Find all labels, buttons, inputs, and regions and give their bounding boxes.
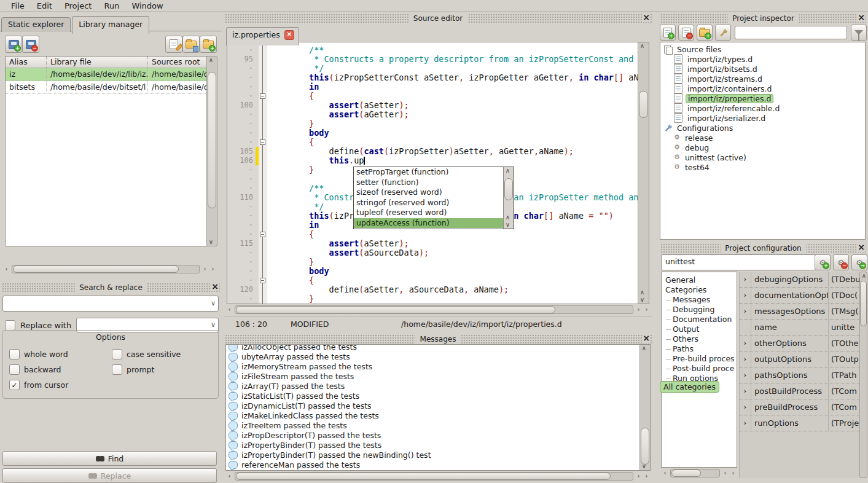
tree-item-import-iz-containers-d[interactable]: import/iz/containers.d — [660, 84, 865, 93]
code-text[interactable]: body — [267, 128, 638, 138]
tree-item-test64[interactable]: ⚙test64 — [660, 162, 865, 172]
open-library-folder-button[interactable] — [182, 36, 200, 53]
expand-arrow-icon[interactable]: › — [740, 399, 751, 415]
category-debugging[interactable]: Debugging — [662, 305, 737, 315]
scroll-left2-icon[interactable]: ‹ — [721, 469, 729, 477]
tree-item-import-iz-types-d[interactable]: import/iz/types.d — [660, 54, 865, 64]
property-row-messagesoptions[interactable]: ›messagesOptions(TMsg( — [740, 304, 860, 320]
property-row-runoptions[interactable]: ›runOptions(TProje — [740, 415, 860, 431]
scroll-left-icon[interactable]: ‹ — [225, 473, 233, 480]
message-item[interactable]: izMakeLinkedClass passed the tests — [226, 410, 650, 420]
scroll-up-icon[interactable]: ∧ — [207, 57, 215, 64]
close-icon[interactable]: × — [857, 13, 866, 22]
scroll-up-icon[interactable]: ∧ — [640, 345, 648, 352]
scrollbar-thumb[interactable] — [13, 265, 179, 273]
scrollbar-thumb[interactable] — [504, 178, 513, 200]
code-text[interactable]: this(izPropSetterConst aSetter, izPropGe… — [267, 73, 638, 82]
message-item[interactable]: izDynamicList(T) passed the tests — [226, 401, 650, 410]
code-text[interactable]: this.up — [267, 156, 638, 165]
code-text[interactable]: } — [267, 119, 638, 128]
scrollbar-thumb[interactable] — [208, 72, 216, 208]
scroll-right-icon[interactable]: › — [643, 473, 651, 480]
column-header-library-file[interactable]: Library file — [47, 57, 148, 68]
code-text[interactable]: assert(aSetter); — [267, 239, 638, 248]
option-whole-word[interactable]: whole word — [9, 347, 112, 362]
expand-arrow-icon[interactable]: › — [740, 304, 751, 319]
tree-item-import-iz-bitsets-d[interactable]: import/iz/bitsets.d — [660, 64, 865, 74]
inspector-filter-input[interactable] — [735, 26, 847, 39]
completion-item-updateaccess-function[interactable]: updateAccess (function) — [354, 218, 503, 229]
tree-item-import-iz-serializer-d[interactable]: import/iz/serializer.d — [660, 113, 865, 123]
scrollbar-thumb[interactable] — [236, 473, 611, 480]
scroll-left-icon[interactable]: ‹ — [225, 306, 233, 313]
code-text[interactable]: in — [267, 82, 638, 92]
editor-vertical-scrollbar[interactable]: ∧ ∧ ∨ — [638, 42, 649, 304]
code-text[interactable]: } — [267, 294, 638, 304]
expand-arrow-icon[interactable]: › — [740, 351, 751, 367]
message-item[interactable]: izMemoryStream passed the tests — [226, 361, 650, 371]
project-tools-button[interactable] — [715, 25, 731, 41]
category-documentation[interactable]: Documentation — [662, 315, 737, 324]
expand-arrow-icon[interactable]: › — [740, 336, 751, 351]
fold-collapse-icon[interactable] — [260, 93, 265, 99]
fold-collapse-icon[interactable] — [260, 278, 265, 283]
property-row-name[interactable]: nameunitte — [740, 320, 860, 336]
library-table-horizontal-scrollbar[interactable]: ‹ ‹ › — [2, 265, 217, 273]
code-text[interactable]: { — [267, 92, 638, 101]
checkbox-prompt[interactable] — [112, 364, 122, 375]
message-item[interactable]: izTreeItem passed the tests — [226, 420, 650, 430]
project-tree[interactable]: Source filesimport/iz/types.dimport/iz/b… — [660, 42, 866, 240]
add-library-button[interactable]: + — [5, 36, 22, 53]
expand-arrow-icon[interactable]: › — [740, 288, 751, 303]
code-text[interactable]: assert(aSetter); — [267, 101, 638, 110]
category-general[interactable]: General — [662, 275, 737, 285]
scrollbar-thumb[interactable] — [641, 428, 649, 465]
filter-button[interactable] — [851, 25, 867, 41]
property-row-postbuildprocess[interactable]: ›postBuildProcess(TCom — [740, 383, 860, 399]
library-row-bitsets[interactable]: bitsets/home/basile/dev/bitset/l/home/ba… — [6, 81, 207, 94]
expand-arrow-icon[interactable]: › — [740, 415, 751, 431]
close-icon[interactable]: × — [642, 13, 651, 22]
option-case-sensitive[interactable]: case sensitive — [112, 347, 214, 362]
scrollbar-thumb[interactable] — [671, 469, 701, 477]
scroll-up2-icon[interactable]: ∧ — [638, 289, 646, 296]
library-table-vertical-scrollbar[interactable]: ∧ ∨ — [206, 56, 217, 246]
tree-item-unittest-active[interactable]: ⚙unittest (active) — [660, 152, 865, 162]
code-text[interactable]: { — [267, 138, 638, 147]
completion-list[interactable]: setPropTarget (function)setter (function… — [354, 167, 503, 229]
scroll-right-icon[interactable]: › — [643, 306, 651, 313]
messages-vertical-scrollbar[interactable]: ∧ ∧ ∨ — [639, 345, 650, 470]
code-text[interactable]: define(aSetter, aSourceData, aName); — [267, 285, 638, 294]
menu-item-project[interactable]: Project — [58, 1, 98, 10]
tree-item-configurations[interactable]: Configurations — [660, 123, 865, 133]
add-configuration-button[interactable]: ⚙+ — [815, 254, 831, 270]
tree-item-import-iz-referencable-d[interactable]: import/iz/referencable.d — [660, 103, 865, 113]
message-item[interactable]: izPropDescriptor(T) passed the tests — [226, 430, 650, 440]
expand-arrow-icon[interactable]: › — [740, 272, 751, 287]
fold-collapse-icon[interactable] — [260, 232, 265, 237]
tab-close-icon[interactable]: × — [284, 30, 294, 40]
completion-scrollbar[interactable]: ∧ ∧ ∨ — [503, 167, 514, 229]
category-others[interactable]: Others — [662, 334, 737, 344]
remove-source-button[interactable]: − — [678, 25, 694, 41]
remove-library-button[interactable]: − — [22, 36, 39, 53]
expand-arrow-icon[interactable]: › — [740, 383, 751, 399]
category-post-build-proce[interactable]: Post-build proce — [662, 364, 737, 374]
scroll-left2-icon[interactable]: ‹ — [635, 306, 643, 313]
column-header-sources-root[interactable]: Sources root — [148, 57, 207, 68]
menu-item-file[interactable]: File — [5, 1, 31, 10]
completion-item-stringof-reserved-word[interactable]: stringof (reserved word) — [354, 198, 503, 208]
code-text[interactable]: { — [267, 276, 638, 285]
option-backward[interactable]: backward — [9, 362, 112, 377]
code-text[interactable]: body — [267, 267, 638, 276]
completion-item-sizeof-reserved-word[interactable]: sizeof (reserved word) — [354, 187, 503, 198]
property-row-pathsoptions[interactable]: ›pathsOptions(TPath — [740, 367, 860, 383]
grid-vertical-scrollbar[interactable]: ∧ — [859, 272, 867, 478]
code-text[interactable]: define(cast(izPropSetter)aSetter, aGette… — [267, 147, 638, 156]
tree-item-source-files[interactable]: Source files — [660, 44, 865, 54]
all-categories-badge[interactable]: All categories — [660, 381, 719, 393]
tree-item-import-iz-streams-d[interactable]: import/iz/streams.d — [660, 74, 865, 84]
column-header-alias[interactable]: Alias — [6, 57, 47, 68]
tab-static-explorer[interactable]: Static explorer — [1, 17, 71, 32]
completion-item-setter-function[interactable]: setter (function) — [354, 178, 503, 188]
